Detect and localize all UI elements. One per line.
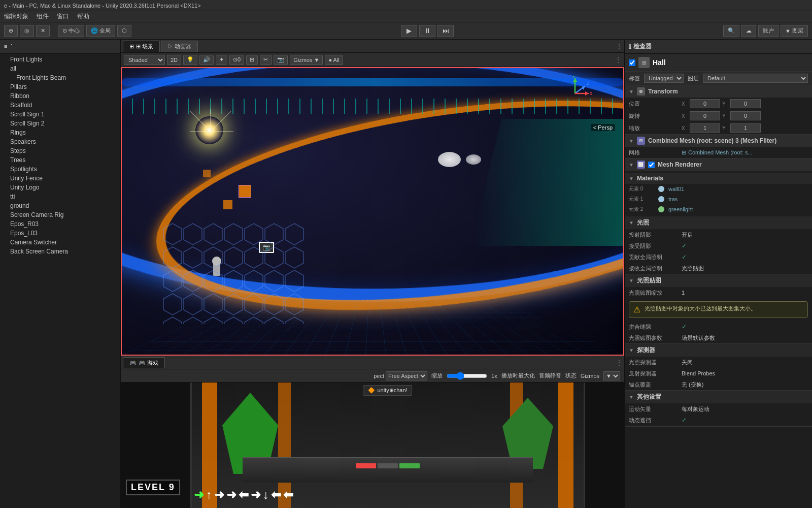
transform-icon: ⊕ bbox=[637, 87, 645, 96]
mesh-renderer-header[interactable]: ▼ ⬜ Mesh Renderer bbox=[625, 158, 812, 171]
cast-shadows-label: 投射阴影 bbox=[629, 231, 680, 239]
hierarchy-item-12[interactable]: Spotlights bbox=[0, 165, 120, 174]
game-panel-more[interactable]: ⋮ bbox=[616, 359, 622, 366]
layer-select[interactable]: Default bbox=[703, 74, 808, 83]
shading-select[interactable]: Shaded Wireframe bbox=[124, 55, 165, 65]
hierarchy-item-0[interactable]: Front Lights bbox=[0, 55, 120, 64]
cloud-btn[interactable]: ☁ bbox=[741, 25, 756, 37]
materials-header[interactable]: ▼ Materials bbox=[625, 173, 812, 184]
hierarchy-item-5[interactable]: Scaffold bbox=[0, 101, 120, 110]
pos-y-input[interactable] bbox=[730, 99, 761, 108]
search-toolbar-btn[interactable]: 🔍 bbox=[723, 25, 739, 37]
play-button[interactable]: ▶ bbox=[401, 25, 417, 37]
pause-button[interactable]: ⏸ bbox=[419, 25, 435, 37]
mat-0-name[interactable]: wall01 bbox=[668, 186, 684, 192]
game-toolbar: pect Free Aspect 缩放 1x 播放时最大化 音频静音 状态 Gi… bbox=[121, 369, 624, 383]
toolbar: ⊕ ◎ ✕ ⊙ 中心 🌐 全局 ⬡ ▶ ⏸ ⏭ 🔍 ☁ 账户 ▼ 图层 bbox=[0, 22, 812, 40]
lighting-btn[interactable]: 💡 bbox=[183, 55, 197, 65]
svg-marker-14 bbox=[585, 91, 589, 96]
probes-header[interactable]: ▼ 探测器 bbox=[625, 344, 812, 357]
scl-x-input[interactable] bbox=[690, 123, 720, 133]
hierarchy-item-10[interactable]: Steps bbox=[0, 146, 120, 155]
menu-window[interactable]: 窗口 bbox=[57, 12, 69, 21]
tab-animator[interactable]: ▷ 动画器 bbox=[161, 41, 198, 52]
all-btn[interactable]: ● All bbox=[325, 55, 343, 65]
hierarchy-item-16[interactable]: ground bbox=[0, 201, 120, 210]
hierarchy-item-18[interactable]: Epos_R03 bbox=[0, 219, 120, 229]
hierarchy-item-6[interactable]: Scroll Sign 1 bbox=[0, 110, 120, 119]
pos-x-input[interactable] bbox=[690, 99, 720, 108]
extra-btn[interactable]: ⬡ bbox=[117, 25, 131, 37]
hierarchy-item-21[interactable]: Back Screen Camera bbox=[0, 247, 120, 256]
playback-controls: ▶ ⏸ ⏭ bbox=[133, 25, 721, 37]
rot-x-input[interactable] bbox=[690, 111, 720, 120]
menu-help[interactable]: 帮助 bbox=[77, 12, 89, 21]
tag-select[interactable]: Untagged bbox=[644, 74, 684, 83]
hierarchy-item-13[interactable]: Unity Fence bbox=[0, 174, 120, 183]
aspect-select[interactable]: Free Aspect bbox=[386, 371, 427, 380]
lightmap-header[interactable]: ▼ 光照贴图 bbox=[625, 274, 812, 287]
transform-btn-rotate[interactable]: ◎ bbox=[20, 25, 34, 37]
scene-panel-more[interactable]: ⋮ bbox=[616, 43, 622, 50]
rot-y-input[interactable] bbox=[730, 111, 761, 120]
hierarchy-item-3[interactable]: Pillars bbox=[0, 82, 120, 91]
menu-edit[interactable]: 编辑对象 bbox=[4, 12, 28, 21]
scene-extra-btn[interactable]: ⊙0 bbox=[229, 55, 244, 65]
lighting-header[interactable]: ▼ 光照 bbox=[625, 216, 812, 229]
persp-label[interactable]: < Persp bbox=[591, 124, 615, 131]
hierarchy-item-4[interactable]: Ribbon bbox=[0, 91, 120, 101]
scene-more-btn[interactable]: ⋮ bbox=[615, 56, 621, 64]
gizmo-xyz[interactable]: z y x bbox=[557, 76, 598, 116]
layer-btn[interactable]: ▼ 图层 bbox=[781, 25, 808, 37]
step-button[interactable]: ⏭ bbox=[437, 25, 454, 37]
hierarchy-item-7[interactable]: Scroll Sign 2 bbox=[0, 119, 120, 128]
game-tabs: 🎮 🎮 游戏 ⋮ bbox=[121, 356, 624, 369]
hierarchy-item-14[interactable]: Unity Logo bbox=[0, 183, 120, 192]
hierarchy-item-19[interactable]: Epos_L03 bbox=[0, 229, 120, 238]
hierarchy-item-8[interactable]: Rings bbox=[0, 128, 120, 137]
transform-header[interactable]: ▼ ⊕ Transform bbox=[625, 85, 812, 98]
hierarchy-item-9[interactable]: Speakers bbox=[0, 137, 120, 146]
global-btn[interactable]: 🌐 全局 bbox=[86, 25, 115, 37]
obj-active-checkbox[interactable] bbox=[629, 59, 635, 66]
scale-slider[interactable] bbox=[447, 373, 487, 379]
center-btn[interactable]: ⊙ 中心 bbox=[58, 25, 84, 37]
hierarchy-item-1[interactable]: all bbox=[0, 64, 120, 73]
mat-2-name[interactable]: greenlight bbox=[668, 206, 693, 212]
account-btn[interactable]: 账户 bbox=[758, 25, 779, 37]
hierarchy-item-17[interactable]: Screen Camera Rig bbox=[0, 210, 120, 219]
hierarchy-item-2[interactable]: Front Lights Beam bbox=[0, 73, 120, 82]
gizmos-btn[interactable]: Gizmos ▼ bbox=[290, 55, 323, 65]
scene-viewport[interactable]: 📷 bbox=[121, 67, 624, 356]
mesh-renderer-checkbox[interactable] bbox=[648, 162, 655, 168]
game-gizmos-label[interactable]: Gizmos bbox=[581, 373, 599, 379]
transform-btn-scale[interactable]: ✕ bbox=[36, 25, 50, 37]
audio-btn[interactable]: 🔊 bbox=[199, 55, 214, 65]
arrow-left-2: ⬅ bbox=[271, 488, 281, 502]
transform-btn-move[interactable]: ⊕ bbox=[4, 25, 18, 37]
probes-label: 探测器 bbox=[637, 346, 655, 355]
mat-1-name[interactable]: tras bbox=[668, 196, 678, 202]
menu-component[interactable]: 组件 bbox=[37, 12, 49, 21]
tab-scene[interactable]: ⊞ ⊞ 场景 bbox=[123, 41, 160, 52]
fx-btn[interactable]: ✦ bbox=[216, 55, 227, 65]
cam-btn[interactable]: 📷 bbox=[274, 55, 288, 65]
light-probe-value: 关闭 bbox=[682, 359, 808, 366]
svg-rect-6 bbox=[162, 223, 304, 324]
other-header[interactable]: ▼ 其他设置 bbox=[625, 391, 812, 403]
hierarchy-item-15[interactable]: tti bbox=[0, 192, 120, 201]
hierarchy-item-20[interactable]: Camera Switcher bbox=[0, 238, 120, 247]
mesh-filter-header[interactable]: ▼ ⊞ Combined Mesh (root: scene) 3 (Mesh … bbox=[625, 135, 812, 147]
grid-btn[interactable]: ⊞ bbox=[246, 55, 258, 65]
gizmos-select[interactable]: ▼ bbox=[603, 371, 620, 380]
maximize-label[interactable]: 播放时最大化 bbox=[501, 372, 535, 379]
2d-btn[interactable]: 2D bbox=[167, 55, 181, 65]
scl-y-input[interactable] bbox=[730, 123, 761, 133]
hierarchy-item-11[interactable]: Trees bbox=[0, 155, 120, 165]
mute-label[interactable]: 音频静音 bbox=[539, 372, 561, 379]
lm-scale-row: 光照贴图缩放 1 bbox=[625, 287, 812, 298]
scale-row: 缩放 X Y bbox=[625, 122, 812, 134]
stats-label[interactable]: 状态 bbox=[565, 372, 577, 379]
tab-game[interactable]: 🎮 🎮 游戏 bbox=[123, 357, 165, 368]
scissor-btn[interactable]: ✂ bbox=[260, 55, 272, 65]
